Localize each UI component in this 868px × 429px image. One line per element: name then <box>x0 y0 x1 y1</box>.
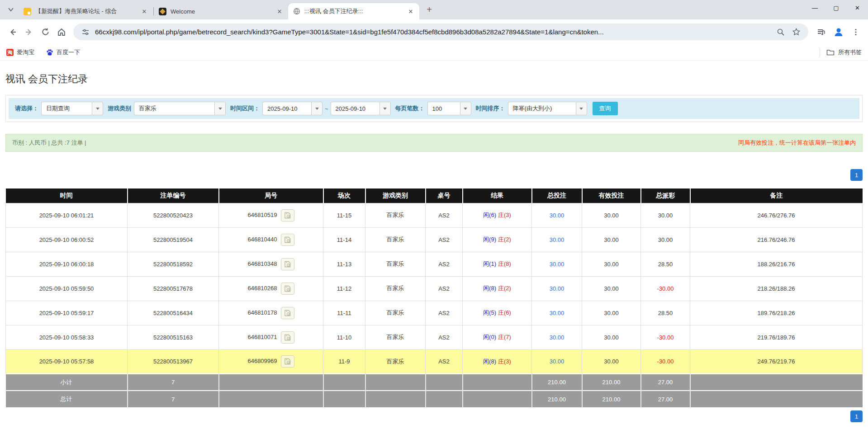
all-bookmarks[interactable]: 所有书签 <box>820 48 862 57</box>
url-bar[interactable]: 66cxkj98.com/ipl/portal.php/game/betreco… <box>73 24 808 40</box>
cell-remark: 189.76/218.26 <box>690 301 863 325</box>
page-title: 视讯 会员下注纪录 <box>5 72 863 86</box>
cell-table-no: AS2 <box>426 276 463 301</box>
cell-bet-id: 522800516434 <box>128 301 219 325</box>
reload-icon[interactable] <box>37 24 53 40</box>
globe-favicon-icon <box>293 8 300 15</box>
total-row: 总计 7 210.00 210.00 27.00 <box>6 391 863 407</box>
cell-valid-bet: 30.00 <box>582 227 641 252</box>
home-icon[interactable] <box>53 24 70 40</box>
cell-result: 闲(6)庄(3) <box>463 203 532 227</box>
url-text[interactable]: 66cxkj98.com/ipl/portal.php/game/betreco… <box>95 28 771 36</box>
cell-round-id: 646810348 <box>219 252 323 276</box>
total-bet-link[interactable]: 30.00 <box>550 310 564 316</box>
cell-session: 11-10 <box>323 325 365 349</box>
filter-bar: 请选择： 日期查询 游戏类别 百家乐 时间区间： 2025-09-10 ~ 20… <box>9 98 859 119</box>
video-replay-icon[interactable] <box>281 331 294 344</box>
total-bet-link[interactable]: 30.00 <box>550 285 564 292</box>
cell-valid-bet: 30.00 <box>582 276 641 301</box>
total-bet-link[interactable]: 30.00 <box>550 236 564 243</box>
video-replay-icon[interactable] <box>281 234 294 246</box>
bookmark-baidu[interactable]: 百度一下 <box>46 48 80 57</box>
site-settings-icon[interactable] <box>80 26 91 38</box>
video-replay-icon[interactable] <box>281 258 294 270</box>
maximize-button[interactable]: ▢ <box>825 0 847 15</box>
browser-menu-icon[interactable] <box>848 24 863 40</box>
profile-avatar[interactable] <box>831 24 846 40</box>
video-replay-icon[interactable] <box>281 283 294 295</box>
video-replay-icon[interactable] <box>281 355 294 368</box>
cell-valid-bet: 30.00 <box>582 301 641 325</box>
chevron-down-icon[interactable] <box>460 102 471 115</box>
table-row: 2025-09-10 05:59:50 522800517678 6468102… <box>6 276 863 301</box>
page-size-select[interactable]: 100 <box>427 102 471 115</box>
cell-time: 2025-09-10 05:58:33 <box>6 325 128 349</box>
cell-session: 11-13 <box>323 252 365 276</box>
bookmark-star-icon[interactable] <box>790 26 802 38</box>
table-header: 时间注单编号局号场次游戏类别桌号结果总投注有效投注总派彩备注 <box>6 189 863 203</box>
cell-table-no: AS2 <box>426 325 463 349</box>
total-bet-link[interactable]: 30.00 <box>550 358 564 365</box>
tab-search-icon[interactable] <box>5 3 17 16</box>
game-type-select[interactable]: 百家乐 <box>134 102 226 115</box>
video-replay-icon[interactable] <box>281 209 294 222</box>
cell-valid-bet: 30.00 <box>582 325 641 349</box>
close-button[interactable]: ✕ <box>847 0 868 15</box>
tab-close-icon[interactable]: ✕ <box>140 7 148 15</box>
cell-time: 2025-09-10 06:00:52 <box>6 227 128 252</box>
cell-remark: 246.76/276.76 <box>690 203 863 227</box>
cell-result: 闲(0)庄(7) <box>463 325 532 349</box>
subtotal-count: 7 <box>128 374 219 391</box>
page-1-button[interactable]: 1 <box>850 410 863 422</box>
chevron-down-icon[interactable] <box>379 102 391 115</box>
all-bookmarks-label: 所有书签 <box>838 48 862 57</box>
subtotal-payout: 27.00 <box>641 374 690 391</box>
minimize-button[interactable]: — <box>804 0 825 15</box>
query-type-select[interactable]: 日期查询 <box>41 102 103 115</box>
zoom-icon[interactable] <box>775 26 787 38</box>
new-tab-button[interactable]: + <box>423 3 436 16</box>
cell-time: 2025-09-10 06:01:21 <box>6 203 128 227</box>
back-icon[interactable] <box>5 24 21 40</box>
cell-round-id: 646810440 <box>219 227 323 252</box>
chevron-down-icon[interactable] <box>92 102 103 115</box>
sort-select[interactable]: 降幂(由大到小) <box>508 102 587 115</box>
tab-forum[interactable]: 【新提醒】海燕策略论坛 - 综合 ✕ <box>19 3 153 19</box>
media-controls-icon[interactable] <box>814 24 829 40</box>
subtotal-label: 小计 <box>6 374 128 391</box>
currency-summary-text: 币别 : 人民币 | 总共 :7 注单 | <box>12 139 86 147</box>
search-button[interactable]: 查询 <box>593 102 618 115</box>
tab-close-icon[interactable]: ✕ <box>275 7 284 15</box>
cell-table-no: AS2 <box>426 349 463 374</box>
tab-title: Welcome <box>171 8 273 15</box>
bookmark-taobao[interactable]: 淘 爱淘宝 <box>6 48 34 57</box>
chevron-down-icon[interactable] <box>214 102 226 115</box>
tab-welcome[interactable]: Welcome ✕ <box>154 3 288 19</box>
cell-time: 2025-09-10 05:57:58 <box>6 349 128 374</box>
table-row: 2025-09-10 06:00:52 522800519504 6468104… <box>6 227 863 252</box>
total-payout: 27.00 <box>641 391 690 407</box>
tab-close-icon[interactable]: ✕ <box>407 7 415 15</box>
forward-icon[interactable] <box>21 24 37 40</box>
cell-payout: 30.00 <box>641 227 690 252</box>
cell-bet-id: 522800518592 <box>128 252 219 276</box>
cell-round-id: 646809969 <box>219 349 323 374</box>
column-header: 注单编号 <box>128 189 219 203</box>
cell-bet-id: 522800519504 <box>128 227 219 252</box>
date-to-select[interactable]: 2025-09-10 <box>331 102 391 115</box>
date-from-select[interactable]: 2025-09-10 <box>262 102 323 115</box>
cell-session: 11-14 <box>323 227 365 252</box>
filter-panel: 请选择： 日期查询 游戏类别 百家乐 时间区间： 2025-09-10 ~ 20… <box>5 95 863 122</box>
tab-bet-record[interactable]: :::视讯 会员下注纪录::: ✕ <box>288 3 419 19</box>
cell-payout: 30.00 <box>641 203 690 227</box>
total-valid-bet: 210.00 <box>582 391 641 407</box>
chevron-down-icon[interactable] <box>311 102 323 115</box>
video-replay-icon[interactable] <box>281 307 294 319</box>
total-bet-link[interactable]: 30.00 <box>550 261 564 268</box>
cell-result: 闲(8)庄(2) <box>463 276 532 301</box>
total-bet-link[interactable]: 30.00 <box>550 334 564 341</box>
chevron-down-icon[interactable] <box>576 102 587 115</box>
cell-game-type: 百家乐 <box>365 227 426 252</box>
page-1-button[interactable]: 1 <box>850 169 863 181</box>
total-bet-link[interactable]: 30.00 <box>550 212 564 219</box>
